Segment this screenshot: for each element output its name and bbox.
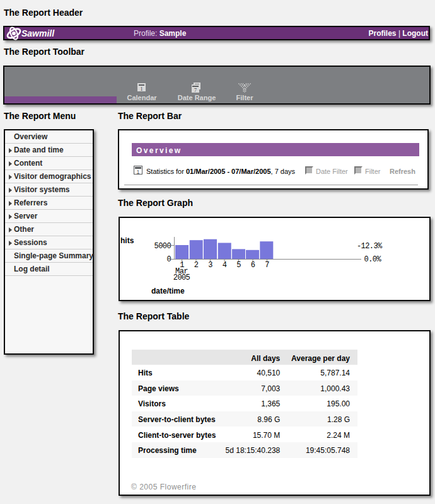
svg-text:2: 2 [194, 261, 199, 270]
svg-text:4: 4 [223, 261, 227, 270]
svg-text:2005: 2005 [173, 273, 190, 282]
svg-text:5: 5 [236, 261, 241, 270]
svg-text:0.0%: 0.0% [364, 255, 382, 264]
svg-text:6: 6 [251, 261, 255, 270]
svg-text:5000: 5000 [154, 242, 171, 251]
svg-text:3: 3 [208, 261, 212, 270]
svg-text:7: 7 [265, 261, 269, 270]
svg-text:0: 0 [166, 255, 171, 264]
svg-text:-12.3%: -12.3% [357, 242, 383, 251]
